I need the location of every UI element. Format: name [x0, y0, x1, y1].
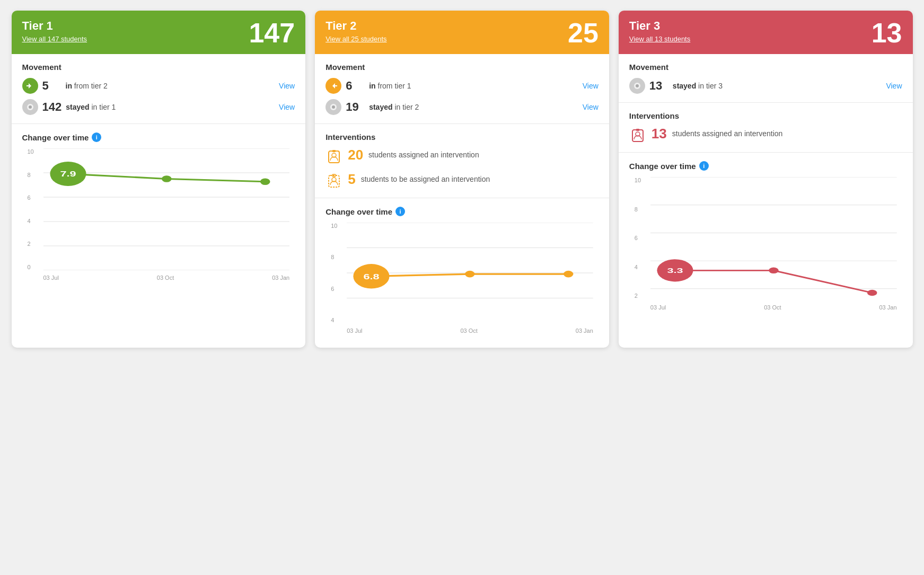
svg-point-26	[465, 271, 475, 278]
tier1-title: Tier 1	[22, 19, 87, 33]
cards-container: Tier 1 View all 147 students 147 Movemen…	[12, 11, 913, 348]
tier3-intervention-assigned-number: 13	[652, 127, 667, 140]
tier1-movement-row-1: 5 in from tier 2 View	[22, 78, 295, 94]
svg-point-13	[332, 105, 335, 109]
tier2-interventions-title: Interventions	[325, 132, 599, 141]
tier2-card: Tier 2 View all 25 students 25 Movement …	[315, 11, 609, 348]
tier3-title: Tier 3	[629, 19, 690, 33]
tier1-header: Tier 1 View all 147 students 147	[12, 11, 306, 54]
tier1-move-in-text: in from tier 2	[66, 82, 275, 90]
tier3-change-section: Change over time i 10 8 6 4 2	[619, 153, 913, 323]
svg-point-41	[867, 290, 877, 296]
svg-text:7.9: 7.9	[60, 170, 76, 179]
tier1-move-in-view[interactable]: View	[279, 82, 295, 90]
tier3-view-all-link[interactable]: View all 13 students	[629, 35, 690, 43]
tier2-title: Tier 2	[325, 19, 386, 33]
tier3-intervention-assigned-text: students assigned an intervention	[672, 127, 783, 138]
svg-text:3.3: 3.3	[667, 267, 683, 275]
tier3-movement-title: Movement	[629, 63, 902, 72]
tier2-stayed-icon	[325, 99, 341, 115]
tier2-info-icon[interactable]: i	[395, 207, 405, 216]
tier3-card: Tier 3 View all 13 students 13 Movement …	[619, 11, 913, 348]
tier1-stayed-icon	[22, 99, 38, 115]
tier2-intervention-row-1: 20 students assigned an intervention	[325, 148, 599, 165]
tier3-chart: 10 8 6 4 2	[629, 177, 902, 315]
tier1-stayed-view[interactable]: View	[279, 103, 295, 111]
tier3-intervention-row-1: 13 students assigned an intervention	[629, 127, 902, 144]
svg-rect-16	[332, 150, 336, 152]
tier3-change-title: Change over time	[629, 162, 696, 171]
tier1-move-in-number: 5	[42, 79, 61, 93]
tier1-card: Tier 1 View all 147 students 147 Movemen…	[12, 11, 306, 348]
tier3-movement-section: Movement 13 stayed in tier 3 View	[619, 54, 913, 103]
tier3-count: 13	[872, 19, 902, 47]
tier1-stayed-text: stayed in tier 1	[66, 103, 275, 111]
tier2-intervention-assigned-text: students assigned an intervention	[368, 148, 479, 160]
tier1-view-all-link[interactable]: View all 147 students	[22, 35, 87, 43]
tier1-count: 147	[249, 19, 295, 47]
tier1-change-section: Change over time i 10 8 6 4 2 0	[12, 124, 306, 295]
svg-point-29	[636, 84, 639, 87]
tier1-movement-title: Movement	[22, 63, 295, 72]
tier3-interventions-title: Interventions	[629, 111, 902, 120]
tier2-count: 25	[568, 19, 599, 47]
tier2-intervention-unassigned-icon	[325, 172, 342, 189]
tier2-chart: 10 8 6 4	[325, 223, 599, 339]
tier2-change-section: Change over time i 10 8 6 4	[315, 198, 609, 348]
svg-text:6.8: 6.8	[364, 272, 380, 281]
tier3-stayed-number: 13	[649, 79, 668, 93]
tier1-change-title: Change over time	[22, 133, 89, 142]
tier2-move-in-view[interactable]: View	[583, 82, 599, 90]
tier2-movement-title: Movement	[325, 63, 599, 72]
tier1-stayed-number: 142	[42, 100, 62, 114]
tier2-stayed-number: 19	[346, 100, 365, 114]
svg-point-11	[260, 178, 270, 185]
tier1-movement-section: Movement 5 in from tier 2 View 142	[12, 54, 306, 124]
tier1-info-icon[interactable]: i	[92, 132, 101, 142]
svg-rect-32	[636, 129, 639, 131]
svg-point-40	[769, 268, 779, 274]
tier1-chart-svg: 7.9	[43, 148, 290, 270]
tier3-chart-svg: 3.3	[650, 177, 897, 299]
tier2-move-in-number: 6	[346, 79, 365, 93]
tier2-movement-row-1: 6 in from tier 1 View	[325, 78, 599, 94]
tier3-stayed-icon	[629, 78, 645, 94]
svg-point-1	[29, 105, 32, 109]
tier3-stayed-view[interactable]: View	[886, 82, 902, 90]
tier3-intervention-assigned-icon	[629, 127, 646, 144]
tier3-header: Tier 3 View all 13 students 13	[619, 11, 913, 54]
tier1-movement-row-2: 142 stayed in tier 1 View	[22, 99, 295, 115]
tier2-movement-section: Movement 6 in from tier 1 View 19 stayed…	[315, 54, 609, 124]
tier2-movement-row-2: 19 stayed in tier 2 View	[325, 99, 599, 115]
tier2-intervention-unassigned-text: students to be assigned an intervention	[361, 172, 490, 184]
tier3-body: Movement 13 stayed in tier 3 View Interv…	[619, 54, 913, 323]
tier2-interventions-section: Interventions 20 students assigned an in…	[315, 124, 609, 198]
tier2-stayed-view[interactable]: View	[583, 103, 599, 111]
tier2-body: Movement 6 in from tier 1 View 19 stayed…	[315, 54, 609, 348]
tier2-move-in-text: in from tier 1	[369, 82, 578, 90]
tier2-header: Tier 2 View all 25 students 25	[315, 11, 609, 54]
tier1-body: Movement 5 in from tier 2 View 142	[12, 54, 306, 295]
tier2-intervention-assigned-number: 20	[348, 148, 363, 162]
tier2-intervention-assigned-icon	[325, 148, 342, 165]
tier1-chart: 10 8 6 4 2 0	[22, 148, 295, 286]
tier2-view-all-link[interactable]: View all 25 students	[325, 35, 386, 43]
svg-point-10	[162, 175, 172, 182]
tier3-info-icon[interactable]: i	[699, 161, 709, 171]
svg-point-27	[564, 271, 574, 278]
tier2-intervention-unassigned-number: 5	[348, 172, 355, 186]
tier2-move-in-icon	[325, 78, 341, 94]
tier2-change-title: Change over time	[325, 207, 392, 216]
tier3-interventions-section: Interventions 13 students assigned an in…	[619, 103, 913, 153]
tier3-movement-row-1: 13 stayed in tier 3 View	[629, 78, 902, 94]
tier3-stayed-text: stayed in tier 3	[673, 82, 882, 90]
tier2-stayed-text: stayed in tier 2	[369, 103, 578, 111]
tier2-chart-svg: 6.8	[347, 223, 593, 323]
tier1-move-in-icon	[22, 78, 38, 94]
tier2-intervention-row-2: 5 students to be assigned an interventio…	[325, 172, 599, 189]
